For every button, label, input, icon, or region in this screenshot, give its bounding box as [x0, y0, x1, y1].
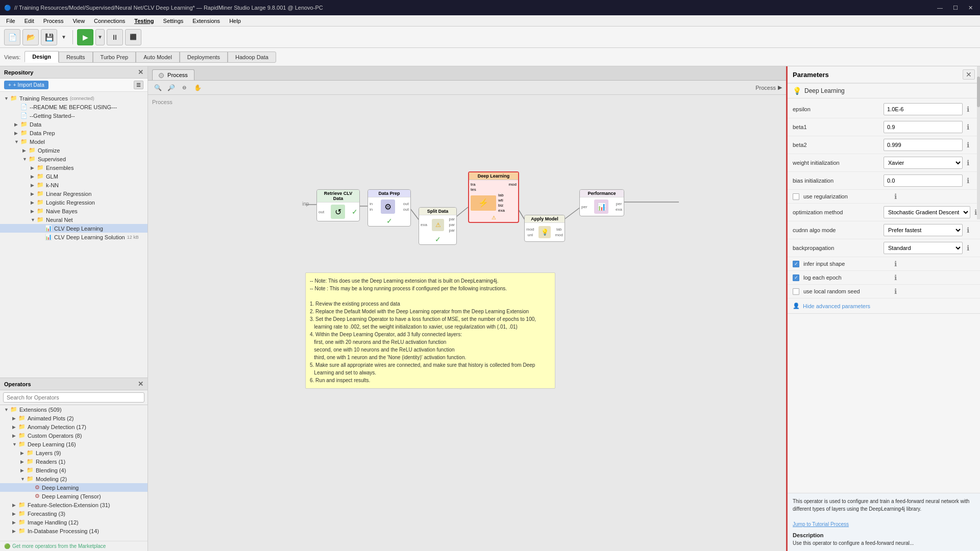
open-button[interactable]: 📂 — [22, 29, 39, 45]
ops-custom-operators[interactable]: ▶ 📁 Custom Operators (8) — [0, 431, 148, 440]
repo-data-prep[interactable]: ▶ 📁 Data Prep — [0, 129, 148, 137]
ops-image-handling[interactable]: ▶ 📁 Image Handling (12) — [0, 518, 148, 527]
breadcrumb-process[interactable]: Process — [755, 85, 776, 91]
view-design[interactable]: Design — [24, 51, 59, 63]
import-data-button[interactable]: + + Import Data — [4, 81, 48, 89]
repo-training-resources[interactable]: ▼ 📁 Training Resources (connected) — [0, 94, 148, 103]
repo-ensembles[interactable]: ▶ 📁 Ensembles — [0, 163, 148, 172]
ops-forecasting[interactable]: ▶ 📁 Forecasting (3) — [0, 509, 148, 518]
pan-button[interactable]: ✋ — [192, 82, 203, 93]
param-select-cudnn[interactable]: Prefer fastest No workspace Fastest — [884, 224, 963, 236]
param-checkbox-local-random-seed[interactable] — [793, 288, 799, 295]
node-data-prep[interactable]: Data Prep in in ⚙ out out — [368, 189, 411, 227]
ops-blending[interactable]: ▶ 📁 Blending (4) — [0, 466, 148, 474]
minimize-button[interactable]: — — [934, 4, 946, 12]
param-info-bias-init[interactable]: ℹ — [967, 177, 975, 185]
param-checkbox-use-regularization[interactable] — [793, 193, 799, 200]
close-button[interactable]: ✕ — [965, 4, 976, 12]
repo-data[interactable]: ▶ 📁 Data — [0, 120, 148, 129]
zoom-in-button[interactable]: 🔎 — [165, 82, 177, 93]
menu-testing[interactable]: Testing — [130, 17, 158, 25]
menu-view[interactable]: View — [68, 17, 89, 25]
ops-anomaly-detection[interactable]: ▶ 📁 Anomaly Detection (17) — [0, 422, 148, 431]
param-info-beta1[interactable]: ℹ — [967, 123, 975, 131]
menu-help[interactable]: Help — [225, 17, 245, 25]
ops-readers[interactable]: ▶ 📁 Readers (1) — [0, 457, 148, 466]
param-input-beta2[interactable] — [884, 139, 963, 151]
menu-file[interactable]: File — [2, 17, 19, 25]
menu-connections[interactable]: Connections — [90, 17, 129, 25]
repo-neural-net[interactable]: ▼ 📁 Neural Net — [0, 215, 148, 224]
process-tab[interactable]: Process — [152, 69, 194, 80]
process-canvas[interactable]: Process inp — [148, 95, 786, 551]
param-info-backprop[interactable]: ℹ — [967, 244, 975, 252]
marketplace-link[interactable]: 🟢 Get more operators from the Marketplac… — [0, 541, 148, 551]
param-select-optimization[interactable]: Stochastic Gradient Descent Adam RMSProp — [884, 206, 970, 218]
menu-edit[interactable]: Edit — [20, 17, 38, 25]
operators-close-button[interactable]: ✕ — [138, 380, 143, 388]
ops-deep-learning-tensor[interactable]: ⚙ Deep Learning (Tensor) — [0, 492, 148, 500]
param-info-infer-input-shape[interactable]: ℹ — [894, 260, 902, 268]
save-button[interactable]: 💾 — [41, 29, 57, 45]
zoom-fit-button[interactable]: 🔍 — [152, 82, 163, 93]
menu-extensions[interactable]: Extensions — [188, 17, 224, 25]
view-deployments[interactable]: Deployments — [180, 52, 228, 63]
param-info-epsilon[interactable]: ℹ — [967, 105, 975, 113]
pause-button[interactable]: ⏸ — [107, 29, 123, 45]
param-input-beta1[interactable] — [884, 121, 963, 133]
repo-getting-started[interactable]: 📄 --Getting Started-- — [0, 111, 148, 120]
ops-layers[interactable]: ▶ 📁 Layers (9) — [0, 448, 148, 457]
node-retrieve-clv[interactable]: Retrieve CLV Data out ↺ ✓ — [316, 189, 360, 221]
repo-knn[interactable]: ▶ 📁 k-NN — [0, 181, 148, 189]
repo-supervised[interactable]: ▼ 📁 Supervised — [0, 155, 148, 163]
param-input-bias-init[interactable] — [884, 174, 963, 187]
view-turbo-prep[interactable]: Turbo Prep — [93, 52, 136, 63]
param-info-beta2[interactable]: ℹ — [967, 141, 975, 149]
node-performance[interactable]: Performance per 📊 per exa — [579, 189, 624, 216]
menu-settings[interactable]: Settings — [159, 17, 188, 25]
view-hadoop-data[interactable]: Hadoop Data — [228, 52, 276, 63]
repo-optimize[interactable]: ▶ 📁 Optimize — [0, 146, 148, 155]
ops-feature-selection[interactable]: ▶ 📁 Feature-Selection-Extension (31) — [0, 500, 148, 509]
save-dropdown[interactable]: ▼ — [59, 29, 68, 45]
stop-button[interactable]: ⬛ — [125, 29, 141, 45]
repo-clv-deep-learning-solution[interactable]: 📊 CLV Deep Learning Solution 12 kB — [0, 233, 148, 241]
repo-linear-reg[interactable]: ▶ 📁 Linear Regression — [0, 189, 148, 198]
repo-logistic-reg[interactable]: ▶ 📁 Logistic Regression — [0, 198, 148, 207]
repo-naive-bayes[interactable]: ▶ 📁 Naive Bayes — [0, 207, 148, 215]
parameters-close-button[interactable]: ✕ — [963, 69, 975, 80]
node-split-data[interactable]: Split Data exa ⚠ par par par — [419, 207, 457, 245]
ops-deep-learning-operator[interactable]: ⚙ Deep Learning — [0, 483, 148, 492]
jump-to-tutorial-link[interactable]: Jump to Tutorial Process — [793, 521, 849, 527]
param-checkbox-log-each-epoch[interactable]: ✓ — [793, 274, 799, 281]
param-info-local-random-seed[interactable]: ℹ — [894, 287, 902, 295]
ops-extensions[interactable]: ▼ 📁 Extensions (509) — [0, 405, 148, 414]
repository-close-button[interactable]: ✕ — [138, 68, 143, 76]
param-select-weight-init[interactable]: Xavier Zero Uniform Normal — [884, 157, 963, 169]
node-apply-model[interactable]: Apply Model mod unl 💡 lab mod — [524, 215, 565, 242]
run-dropdown[interactable]: ▼ — [95, 29, 105, 45]
param-select-backprop[interactable]: Standard Truncated — [884, 242, 963, 254]
param-info-use-regularization[interactable]: ℹ — [894, 192, 902, 201]
ops-deep-learning[interactable]: ▼ 📁 Deep Learning (16) — [0, 440, 148, 448]
param-checkbox-infer-input-shape[interactable]: ✓ — [793, 261, 799, 267]
repo-readme[interactable]: 📄 --README ME BEFORE USING--- — [0, 103, 148, 111]
ops-modeling[interactable]: ▼ 📁 Modeling (2) — [0, 474, 148, 483]
maximize-button[interactable]: ☐ — [950, 4, 961, 12]
repo-model[interactable]: ▼ 📁 Model — [0, 137, 148, 146]
ops-in-database[interactable]: ▶ 📁 In-Database Processing (14) — [0, 527, 148, 535]
new-process-button[interactable]: 📄 — [4, 29, 20, 45]
node-deep-learning[interactable]: Deep Learning tramod tes ⚡ lab — [468, 171, 519, 223]
param-info-weight-init[interactable]: ℹ — [967, 159, 975, 167]
hide-advanced-parameters[interactable]: 👤 Hide advanced parameters — [788, 298, 980, 314]
list-view-button[interactable]: ☰ — [134, 81, 143, 89]
ops-animated-plots[interactable]: ▶ 📁 Animated Plots (2) — [0, 414, 148, 422]
repo-clv-deep-learning[interactable]: 📊 CLV Deep Learning — [0, 224, 148, 233]
menu-process[interactable]: Process — [39, 17, 68, 25]
view-results[interactable]: Results — [59, 52, 93, 63]
zoom-out-button[interactable]: ⊖ — [179, 82, 190, 93]
view-auto-model[interactable]: Auto Model — [136, 52, 180, 63]
search-operators-input[interactable] — [3, 392, 144, 403]
param-info-log-each-epoch[interactable]: ℹ — [894, 273, 902, 282]
param-info-cudnn[interactable]: ℹ — [967, 226, 975, 234]
